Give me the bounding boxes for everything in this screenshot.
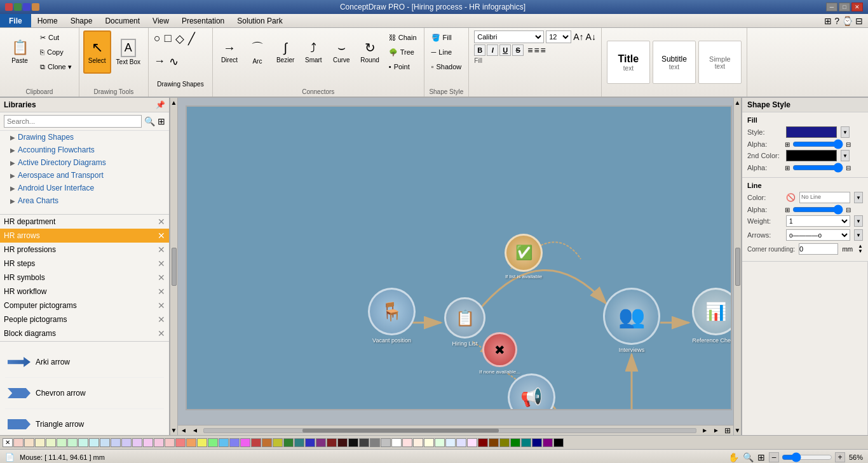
line-color-dropdown[interactable]: ▼ xyxy=(854,192,863,203)
h-scrollbar[interactable]: ◄ ◄ ► ► ⊞ xyxy=(178,425,733,435)
font-size-select[interactable]: 12 xyxy=(546,30,571,43)
libraries-pin-icon[interactable]: 📌 xyxy=(156,100,165,109)
libraries-search-input[interactable] xyxy=(4,115,142,128)
close-lib-hr-workflow[interactable]: ✕ xyxy=(158,286,165,297)
scroll-up-btn-r[interactable]: ▲ xyxy=(733,98,741,107)
close-lib-hr-department[interactable]: ✕ xyxy=(158,217,165,227)
menu-home[interactable]: Home xyxy=(31,14,64,27)
menu-shape[interactable]: Shape xyxy=(64,14,99,27)
color-swatch-item[interactable] xyxy=(273,438,283,447)
close-lib-block-diagrams[interactable]: ✕ xyxy=(158,328,165,339)
color-swatch-item[interactable] xyxy=(381,438,391,447)
simple-style-button[interactable]: Simple text xyxy=(698,41,742,84)
color-swatch-item[interactable] xyxy=(262,438,272,447)
color-swatch-item[interactable] xyxy=(78,438,88,447)
node-interviews[interactable]: 👥 Interviews xyxy=(603,288,660,353)
color-swatch-item[interactable] xyxy=(327,438,337,447)
color-swatch-item[interactable] xyxy=(521,438,531,447)
fill-2nd-alpha-extra-btn[interactable]: ⊟ xyxy=(846,164,851,171)
lib-tree-item-drawing-shapes[interactable]: ▶ Drawing Shapes xyxy=(0,131,169,144)
color-swatch-item[interactable] xyxy=(456,438,466,447)
font-family-select[interactable]: Calibri xyxy=(474,30,544,43)
close-lib-hr-steps[interactable]: ✕ xyxy=(158,258,165,269)
fill-2nd-color-dropdown[interactable]: ▼ xyxy=(841,150,850,161)
paste-button[interactable]: 📋 Paste xyxy=(4,30,36,74)
lib-item-hr-symbols[interactable]: HR symbols ✕ xyxy=(0,271,169,285)
line-alpha-slider[interactable] xyxy=(792,207,843,212)
lib-item-hr-professions[interactable]: HR professions ✕ xyxy=(0,243,169,257)
color-swatch-item[interactable] xyxy=(154,438,164,447)
color-swatch-item[interactable] xyxy=(402,438,412,447)
color-swatch-item[interactable] xyxy=(100,438,110,447)
color-bar-none[interactable]: ✕ xyxy=(3,438,13,447)
arrows-dropdown[interactable]: ▼ xyxy=(854,229,863,241)
bold-button[interactable]: B xyxy=(474,44,485,56)
color-swatch-item[interactable] xyxy=(186,438,196,447)
color-swatch-item[interactable] xyxy=(165,438,175,447)
lib-item-hr-arrows[interactable]: HR arrows ✕ xyxy=(0,229,169,243)
color-swatch-item[interactable] xyxy=(305,438,315,447)
color-swatch-item[interactable] xyxy=(435,438,445,447)
scroll-left-page-btn[interactable]: ◄ xyxy=(189,426,201,435)
color-swatch-item[interactable] xyxy=(132,438,142,447)
color-swatch-item[interactable] xyxy=(111,438,121,447)
scroll-right-btn[interactable]: ► xyxy=(710,426,722,435)
drawing-shapes-button[interactable]: Drawing Shapes xyxy=(153,75,207,94)
color-swatch-item[interactable] xyxy=(370,438,380,447)
zoom-slider[interactable] xyxy=(782,452,832,462)
color-swatch-item[interactable] xyxy=(337,438,348,447)
color-swatch-item[interactable] xyxy=(553,438,564,447)
color-swatch-item[interactable] xyxy=(283,438,294,447)
color-swatch-item[interactable] xyxy=(197,438,207,447)
color-swatch-item[interactable] xyxy=(219,438,229,447)
color-swatch-item[interactable] xyxy=(413,438,423,447)
node-if-none-available[interactable]: ✖ If none available... xyxy=(479,332,520,375)
color-swatch-item[interactable] xyxy=(478,438,488,447)
color-swatch-item[interactable] xyxy=(445,438,456,447)
lib-item-block-diagrams[interactable]: Block diagrams ✕ xyxy=(0,326,169,340)
scroll-right-page-btn[interactable]: ► xyxy=(699,426,710,435)
tree-button[interactable]: 🌳 Tree xyxy=(386,45,420,59)
lib-item-hr-steps[interactable]: HR steps ✕ xyxy=(0,257,169,271)
close-btn[interactable]: ✕ xyxy=(851,3,863,11)
select-button[interactable]: ↖ Select xyxy=(83,30,111,74)
copy-button[interactable]: ⎘ Copy xyxy=(37,45,75,59)
color-swatch-item[interactable] xyxy=(251,438,261,447)
fill-button[interactable]: 🪣 Fill xyxy=(428,30,465,44)
color-swatch-item[interactable] xyxy=(499,438,510,447)
curve-tool2[interactable]: ∿ xyxy=(168,53,180,70)
color-swatch-item[interactable] xyxy=(208,438,218,447)
menu-solution-park[interactable]: Solution Park xyxy=(231,14,288,27)
cut-button[interactable]: ✂ Cut xyxy=(37,30,75,44)
close-lib-hr-arrows[interactable]: ✕ xyxy=(158,231,165,241)
lib-item-computer-pictograms[interactable]: Computer pictograms ✕ xyxy=(0,299,169,312)
menu-presentation[interactable]: Presentation xyxy=(175,14,231,27)
node-reference-checks[interactable]: 📊 Reference Checks xyxy=(692,288,732,344)
color-swatch-item[interactable] xyxy=(67,438,78,447)
scroll-up-btn[interactable]: ▲ xyxy=(170,98,178,107)
rect-tool[interactable]: □ xyxy=(163,30,173,46)
strikethrough-button[interactable]: S xyxy=(512,44,524,56)
color-swatch-item[interactable] xyxy=(424,438,434,447)
node-vacant-position[interactable]: 🪑 Vacant position xyxy=(368,288,416,344)
arrows-select[interactable]: o————o xyxy=(786,229,850,241)
node-if-available[interactable]: ✅ If list is available xyxy=(505,234,543,279)
oval-tool[interactable]: ○ xyxy=(153,30,162,46)
close-lib-hr-professions[interactable]: ✕ xyxy=(158,245,165,255)
underline-button[interactable]: U xyxy=(499,44,511,56)
menu-file[interactable]: File xyxy=(0,14,31,27)
chain-button[interactable]: ⛓ Chain xyxy=(386,30,420,44)
point-button[interactable]: • Point xyxy=(386,60,420,74)
color-swatch-item[interactable] xyxy=(89,438,99,447)
color-swatch-item[interactable] xyxy=(175,438,186,447)
bezier-button[interactable]: ∫ Bezier xyxy=(273,30,298,74)
color-swatch-item[interactable] xyxy=(489,438,499,447)
color-swatch-item[interactable] xyxy=(359,438,369,447)
color-swatch-item[interactable] xyxy=(121,438,132,447)
corner-rounding-input[interactable] xyxy=(799,243,838,255)
title-style-button[interactable]: Title text xyxy=(607,41,650,84)
align-center-icon[interactable]: ≡ xyxy=(534,45,539,55)
zoom-plus-btn[interactable]: + xyxy=(835,452,845,462)
diamond-tool[interactable]: ◇ xyxy=(174,30,186,47)
line-alpha-extra-btn[interactable]: ⊟ xyxy=(846,206,851,213)
